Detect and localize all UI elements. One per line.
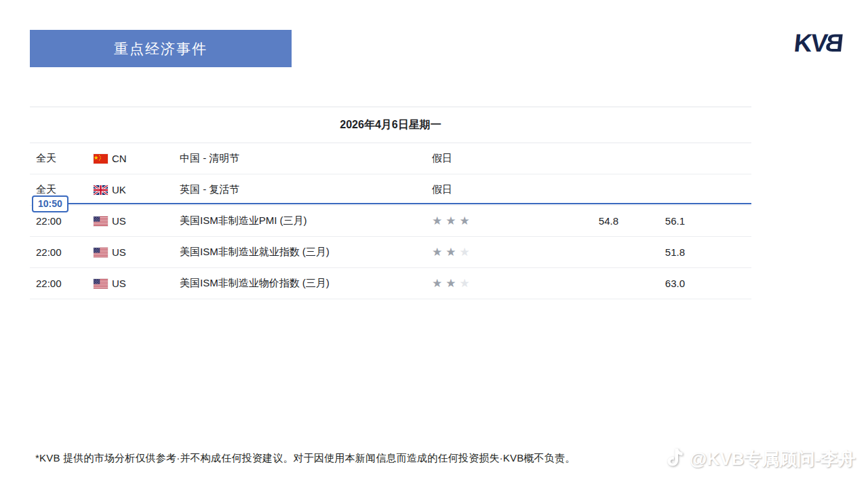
row-value-forecast: 56.1 xyxy=(618,215,685,227)
calendar-row: 22:00 US 美国ISM非制造业物价指数 (三月) ★★★ 63.0 xyxy=(30,268,751,299)
row-country-code: US xyxy=(112,215,180,227)
kvb-logo: KVB xyxy=(793,30,845,57)
date-header-label: 2026年4月6日星期一 xyxy=(340,118,441,132)
row-time: 22:00 xyxy=(36,215,94,227)
calendar-rows: 全天 CN 中国 - 清明节 假日 全天 UK 英国 - 复活节 假日 22:0… xyxy=(30,143,751,299)
row-value-forecast: 63.0 xyxy=(618,278,685,289)
disclaimer-text: *KVB 提供的市场分析仅供参考·并不构成任何投资建议。对于因使用本新闻信息而造… xyxy=(35,452,575,465)
calendar-date-header: 2026年4月6日星期一 xyxy=(30,107,751,143)
row-time: 全天 xyxy=(36,152,94,165)
slide-economic-calendar: { "page": { "title_banner": "重点经济事件", "l… xyxy=(0,0,868,488)
kvb-logo-b: B xyxy=(825,29,845,58)
row-country-code: US xyxy=(112,246,180,258)
star-filled-icon: ★ xyxy=(432,277,446,290)
row-time: 全天 xyxy=(36,183,94,196)
row-event-name: 美国ISM非制造业物价指数 (三月) xyxy=(180,277,432,290)
us-flag-icon xyxy=(94,217,112,226)
economic-calendar-table: 2026年4月6日星期一 全天 CN 中国 - 清明节 假日 全天 UK 英国 … xyxy=(30,107,751,299)
star-filled-icon: ★ xyxy=(432,246,446,259)
row-event-name: 美国ISM非制造业就业指数 (三月) xyxy=(180,246,432,259)
calendar-row: 22:00 US 美国ISM非制造业就业指数 (三月) ★★★ 51.8 xyxy=(30,237,751,268)
star-filled-icon: ★ xyxy=(446,277,459,290)
watermark-label: @KVB专属顾问-李舟 xyxy=(690,447,856,471)
row-event-name: 中国 - 清明节 xyxy=(180,152,432,165)
us-flag-icon xyxy=(94,279,112,288)
row-value-forecast: 51.8 xyxy=(618,246,685,258)
uk-flag-icon xyxy=(94,185,112,195)
us-flag-icon xyxy=(94,248,112,257)
star-filled-icon: ★ xyxy=(446,246,459,259)
row-importance: ★★★ xyxy=(432,246,540,258)
title-banner: 重点经济事件 xyxy=(30,30,292,67)
row-country-code: US xyxy=(112,278,180,289)
star-filled-icon: ★ xyxy=(432,214,446,227)
row-importance: 假日 xyxy=(432,152,540,165)
row-country-code: CN xyxy=(112,153,180,164)
star-filled-icon: ★ xyxy=(446,214,459,227)
cn-flag-icon xyxy=(94,154,112,164)
row-country-code: UK xyxy=(112,184,180,195)
calendar-row: 全天 UK 英国 - 复活节 假日 xyxy=(30,174,751,206)
star-filled-icon: ★ xyxy=(460,214,473,227)
row-value-previous: 54.8 xyxy=(540,215,618,227)
row-importance: ★★★ xyxy=(432,278,540,289)
current-time-badge: 10:50 xyxy=(32,195,68,212)
current-time-line xyxy=(68,203,751,204)
row-event-name: 英国 - 复活节 xyxy=(180,183,432,196)
star-empty-icon: ★ xyxy=(460,277,473,290)
calendar-row: 22:00 US 美国ISM非制造业PMI (三月) ★★★ 54.8 56.1 xyxy=(30,206,751,237)
row-importance: ★★★ xyxy=(432,215,540,227)
watermark: @KVB专属顾问-李舟 xyxy=(667,447,856,471)
row-event-name: 美国ISM非制造业PMI (三月) xyxy=(180,214,432,227)
douyin-note-icon xyxy=(667,447,684,471)
page-title: 重点经济事件 xyxy=(114,39,208,58)
kvb-logo-kv: KV xyxy=(793,29,828,58)
calendar-row: 全天 CN 中国 - 清明节 假日 xyxy=(30,143,751,174)
star-empty-icon: ★ xyxy=(460,246,473,259)
row-time: 22:00 xyxy=(36,278,94,289)
row-importance: 假日 xyxy=(432,183,540,196)
row-time: 22:00 xyxy=(36,246,94,258)
